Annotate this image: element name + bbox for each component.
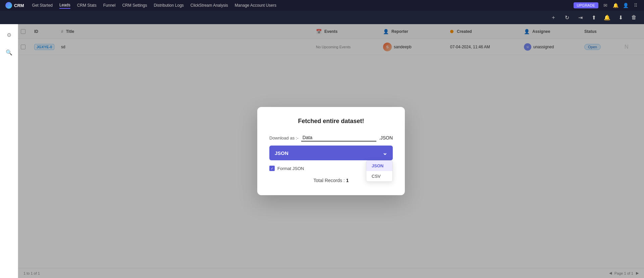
download-row: Download as :- .JSON xyxy=(269,134,393,142)
format-json-checkbox[interactable]: ✓ xyxy=(269,166,275,171)
refresh-icon[interactable]: ↻ xyxy=(562,13,572,22)
main-layout: ⚙ 🔍 ID # Title 📅 Events 👤 Reporter xyxy=(0,24,644,278)
avatar-icon[interactable]: 👤 xyxy=(623,2,629,8)
format-dropdown: JSON CSV xyxy=(366,160,393,182)
nav-crm-settings[interactable]: CRM Settings xyxy=(122,2,147,8)
export-icon[interactable]: ⇥ xyxy=(576,13,585,22)
logo-icon xyxy=(5,2,12,9)
notifications-icon[interactable]: ✉ xyxy=(602,2,608,8)
alert-icon[interactable]: 🔔 xyxy=(602,13,612,22)
total-records-label: Total Records : xyxy=(313,178,344,183)
nav-distribution-logs[interactable]: Distribution Logs xyxy=(154,2,183,8)
bell-icon[interactable]: 🔔 xyxy=(612,2,619,8)
search-icon[interactable]: 🔍 xyxy=(4,47,14,58)
more-icon[interactable]: ⠿ xyxy=(633,2,639,8)
dropdown-item-json[interactable]: JSON xyxy=(366,161,392,171)
filename-input[interactable] xyxy=(301,134,376,142)
dropdown-item-csv[interactable]: CSV xyxy=(366,171,392,181)
format-btn-label: JSON xyxy=(275,150,288,156)
upgrade-button[interactable]: UPGRADE xyxy=(574,2,598,8)
logo: CRM xyxy=(5,2,24,9)
modal-overlay: Fetched entire dataset! Download as :- .… xyxy=(18,24,644,278)
logo-text: CRM xyxy=(14,3,24,8)
nav: Get Started Leads CRM Stats Funnel CRM S… xyxy=(32,2,566,9)
download-label: Download as :- xyxy=(269,135,299,141)
trash-icon[interactable]: 🗑 xyxy=(629,13,639,22)
format-checkbox-label: Format JSON xyxy=(277,166,304,171)
add-icon[interactable]: ＋ xyxy=(549,13,558,22)
upload-icon[interactable]: ⬆ xyxy=(589,13,598,22)
nav-crm-stats[interactable]: CRM Stats xyxy=(77,2,97,8)
topbar: CRM Get Started Leads CRM Stats Funnel C… xyxy=(0,0,644,11)
topbar-right: UPGRADE ✉ 🔔 👤 ⠿ xyxy=(574,2,639,8)
sidebar: ⚙ 🔍 xyxy=(0,24,18,278)
nav-get-started[interactable]: Get Started xyxy=(32,2,53,8)
total-records-value: 1 xyxy=(346,178,349,183)
download-icon[interactable]: ⬇ xyxy=(616,13,625,22)
filter-icon[interactable]: ⚙ xyxy=(4,30,14,40)
extension-label: .JSON xyxy=(379,135,393,141)
nav-manage-users[interactable]: Manage Account Users xyxy=(235,2,276,8)
nav-leads[interactable]: Leads xyxy=(59,2,70,9)
nav-clickstream[interactable]: ClickStream Analysis xyxy=(191,2,228,8)
modal-title: Fetched entire dataset! xyxy=(269,118,393,125)
format-selector: JSON ⌄ JSON CSV xyxy=(269,146,393,160)
nav-funnel[interactable]: Funnel xyxy=(103,2,116,8)
chevron-down-icon: ⌄ xyxy=(382,149,387,157)
content-area: ID # Title 📅 Events 👤 Reporter Created 👤… xyxy=(18,24,644,278)
modal: Fetched entire dataset! Download as :- .… xyxy=(257,107,405,195)
format-button[interactable]: JSON ⌄ xyxy=(269,146,393,160)
toolbar2: ＋ ↻ ⇥ ⬆ 🔔 ⬇ 🗑 xyxy=(0,11,644,24)
